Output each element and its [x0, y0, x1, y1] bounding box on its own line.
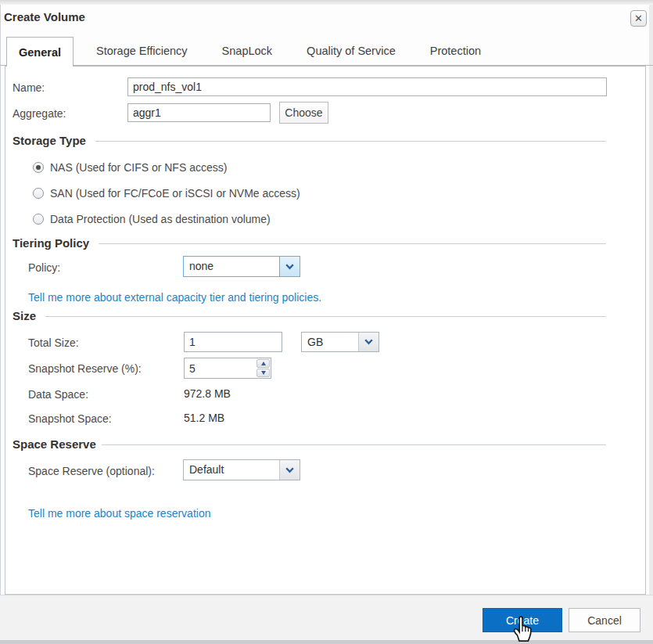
- snapshot-reserve-stepper: [184, 358, 271, 379]
- radio-option-san[interactable]: SAN (Used for FC/FCoE or iSCSI or NVMe a…: [33, 187, 300, 200]
- space-reserve-label: Space Reserve (optional):: [28, 465, 155, 477]
- tab-storage-efficiency[interactable]: Storage Efficiency: [84, 37, 199, 65]
- radio-button-data-protection[interactable]: [33, 214, 44, 225]
- tiering-policy-dropdown[interactable]: none: [183, 256, 300, 277]
- snapshot-reserve-label: Snapshot Reserve (%):: [28, 362, 142, 375]
- section-divider: [102, 444, 606, 445]
- triangle-up-icon: [261, 362, 266, 365]
- size-unit-selected-value: GB: [302, 333, 358, 351]
- stepper-up-button[interactable]: [257, 359, 270, 368]
- radio-option-nas[interactable]: NAS (Used for CIFS or NFS access): [33, 161, 227, 174]
- window-top-edge: [0, 0, 653, 5]
- space-reserve-heading: Space Reserve: [13, 437, 96, 451]
- data-space-value: 972.8 MB: [184, 387, 231, 400]
- snapshot-reserve-input[interactable]: [185, 358, 256, 378]
- cancel-button[interactable]: Cancel: [569, 608, 640, 632]
- snapshot-space-label: Snapshot Space:: [28, 412, 112, 425]
- aggregate-label: Aggregate:: [13, 107, 66, 120]
- tab-snaplock[interactable]: SnapLock: [210, 37, 285, 65]
- space-reserve-dropdown[interactable]: Default: [183, 459, 300, 480]
- radio-button-san[interactable]: [33, 188, 44, 199]
- create-volume-dialog: Create Volume ✕ General Storage Efficien…: [0, 0, 653, 644]
- space-reservation-help-link[interactable]: Tell me more about space reservation: [28, 507, 210, 520]
- space-reserve-selected-value: Default: [184, 460, 279, 480]
- tab-protection[interactable]: Protection: [418, 37, 493, 65]
- radio-label-san: SAN (Used for FC/FCoE or iSCSI or NVMe a…: [50, 187, 300, 200]
- stepper-down-button[interactable]: [257, 369, 270, 377]
- snapshot-space-value: 51.2 MB: [184, 412, 224, 424]
- volume-name-input[interactable]: [127, 77, 607, 96]
- chevron-down-icon[interactable]: [279, 460, 300, 480]
- name-label: Name:: [13, 81, 45, 94]
- tiering-policy-help-link[interactable]: Tell me more about external capacity tie…: [28, 291, 321, 304]
- close-icon[interactable]: ✕: [630, 10, 647, 27]
- section-divider: [45, 316, 606, 317]
- tiering-policy-selected-value: none: [184, 257, 279, 276]
- choose-aggregate-button[interactable]: Choose: [279, 102, 328, 124]
- section-divider: [99, 243, 606, 244]
- radio-option-data-protection[interactable]: Data Protection (Used as destination vol…: [33, 213, 271, 225]
- aggregate-input[interactable]: [127, 103, 271, 122]
- radio-label-data-protection: Data Protection (Used as destination vol…: [50, 213, 271, 225]
- window-right-edge: [649, 5, 653, 640]
- data-space-label: Data Space:: [28, 388, 88, 401]
- size-heading: Size: [13, 309, 36, 322]
- section-divider: [95, 141, 606, 142]
- total-size-input[interactable]: [184, 332, 282, 352]
- tiering-policy-heading: Tiering Policy: [13, 236, 89, 250]
- tab-general[interactable]: General: [6, 37, 74, 67]
- create-button[interactable]: Create: [483, 608, 562, 632]
- chevron-down-icon[interactable]: [358, 333, 379, 351]
- size-unit-dropdown[interactable]: GB: [301, 332, 379, 352]
- radio-label-nas: NAS (Used for CIFS or NFS access): [50, 161, 227, 174]
- dialog-title: Create Volume: [4, 10, 85, 23]
- policy-label: Policy:: [28, 261, 60, 274]
- tab-bar: General Storage Efficiency SnapLock Qual…: [6, 37, 504, 67]
- triangle-down-icon: [261, 371, 266, 375]
- chevron-down-icon[interactable]: [279, 257, 300, 276]
- tab-quality-of-service[interactable]: Quality of Service: [295, 37, 407, 65]
- storage-type-heading: Storage Type: [13, 134, 86, 147]
- total-size-label: Total Size:: [28, 336, 79, 349]
- window-bottom-edge: [0, 640, 653, 644]
- radio-button-nas[interactable]: [33, 162, 44, 173]
